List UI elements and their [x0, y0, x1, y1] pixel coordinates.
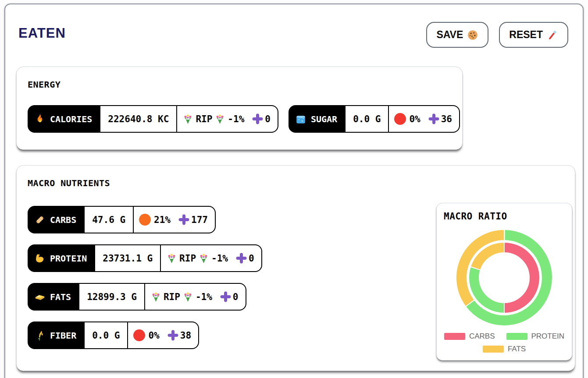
sugar-stats: 0% 36	[389, 106, 459, 132]
protein-value: 23731.1 G	[95, 245, 161, 271]
fiber-value: 0.0 G	[85, 322, 128, 348]
wheat-icon	[34, 330, 46, 341]
status-dot-red	[394, 113, 406, 125]
save-button[interactable]: SAVE	[426, 22, 488, 48]
plus-icon	[178, 214, 190, 226]
protein-rip-text: RIP	[179, 253, 196, 264]
toothbrush-icon	[547, 29, 558, 41]
fiber-plus-count: 38	[180, 330, 191, 341]
sugar-value: 0.0 G	[346, 106, 389, 132]
calories-rip-text: RIP	[196, 114, 212, 124]
fiber-stats: 0% 38	[128, 322, 198, 348]
carbs-plus-button[interactable]: 177	[178, 214, 208, 226]
fats-plus-button[interactable]: 0	[220, 291, 239, 303]
carbs-value: 47.6 G	[85, 207, 134, 233]
macro-ratio-card: MACRO RATIO CARBS PROTEIN	[436, 203, 572, 360]
protein-pill-label: PROTEIN	[29, 245, 95, 271]
sugar-label-text: SUGAR	[311, 114, 337, 124]
sugar-pill-label: SUGAR	[289, 106, 346, 132]
fats-rip-text: RIP	[164, 292, 180, 302]
plus-icon	[235, 252, 247, 264]
bouquet-icon	[214, 113, 225, 124]
macro-nutrients-title: MACRO NUTRIENTS	[28, 178, 110, 188]
plus-icon	[252, 113, 264, 125]
sugar-percent: 0%	[409, 114, 420, 124]
calories-plus-button[interactable]: 0	[252, 113, 271, 125]
legend-row: FATS	[483, 345, 526, 353]
chart-legend: CARBS PROTEIN FATS	[437, 332, 572, 353]
carbs-label-text: CARBS	[50, 215, 76, 225]
protein-label-text: PROTEIN	[50, 253, 87, 264]
protein-plus-count: 0	[249, 253, 254, 264]
plus-icon	[428, 113, 440, 125]
carbs-pill[interactable]: CARBS 47.6 G 21% 177	[28, 206, 216, 233]
fats-label-text: FATS	[50, 292, 71, 302]
status-dot-red	[133, 329, 145, 341]
fats-plus-count: 0	[233, 292, 239, 302]
fiber-plus-button[interactable]: 38	[167, 329, 191, 341]
fiber-pill-label: FIBER	[29, 322, 85, 348]
bouquet-icon	[182, 291, 193, 302]
eaten-panel: EATEN SAVE RESET ENERGY CALORIES	[4, 4, 584, 378]
sugar-plus-count: 36	[441, 114, 452, 124]
reset-button-label: RESET	[509, 29, 543, 41]
legend-item-protein[interactable]: PROTEIN	[506, 332, 565, 341]
butter-icon	[34, 291, 46, 303]
page-title: EATEN	[18, 25, 66, 41]
fats-stats: RIP -1% 0	[145, 284, 246, 310]
fats-pill[interactable]: FATS 12899.3 G RIP -1%	[28, 283, 246, 311]
fiber-pill[interactable]: FIBER 0.0 G 0% 38	[28, 321, 199, 349]
calories-label-text: CALORIES	[50, 114, 92, 124]
status-dot-orange	[139, 214, 151, 226]
protein-stats: RIP -1% 0	[161, 245, 261, 271]
fire-icon	[34, 113, 46, 125]
carbs-percent: 21%	[154, 215, 171, 225]
fats-pill-label: FATS	[29, 284, 79, 310]
legend-label-protein: PROTEIN	[531, 332, 565, 341]
ice-cube-icon	[295, 113, 306, 125]
legend-item-fats[interactable]: FATS	[483, 345, 526, 353]
carbs-pill-label: CARBS	[29, 207, 85, 233]
protein-delta: -1%	[211, 253, 228, 264]
toolbar: SAVE RESET	[426, 22, 568, 48]
plus-icon	[167, 329, 179, 341]
save-button-label: SAVE	[436, 29, 463, 41]
bouquet-icon	[198, 253, 209, 264]
energy-title: ENERGY	[28, 79, 61, 90]
calories-pill[interactable]: CALORIES 222640.8 KC RIP -1%	[28, 105, 278, 133]
doughnut-chart-svg	[454, 227, 555, 328]
carbs-plus-count: 177	[191, 215, 208, 225]
energy-card: ENERGY CALORIES 222640.8 KC RIP	[16, 67, 463, 150]
calories-pill-label: CALORIES	[29, 106, 100, 132]
macro-ratio-chart	[454, 227, 555, 328]
legend-swatch-carbs	[444, 333, 465, 340]
protein-plus-button[interactable]: 0	[235, 252, 254, 264]
macro-pills: CARBS 47.6 G 21% 177	[28, 206, 262, 349]
calories-stats: RIP -1% 0	[177, 106, 278, 132]
legend-row: CARBS PROTEIN	[444, 332, 564, 341]
bouquet-icon	[166, 253, 177, 264]
bouquet-icon	[182, 113, 193, 124]
fiber-percent: 0%	[148, 330, 159, 341]
reset-button[interactable]: RESET	[499, 22, 568, 48]
fats-delta: -1%	[196, 292, 212, 302]
legend-label-fats: FATS	[508, 345, 526, 353]
macro-ratio-title: MACRO RATIO	[444, 211, 507, 222]
sugar-plus-button[interactable]: 36	[428, 113, 452, 125]
legend-item-carbs[interactable]: CARBS	[444, 332, 495, 341]
sugar-pill[interactable]: SUGAR 0.0 G 0% 36	[289, 105, 460, 133]
legend-swatch-fats	[483, 346, 504, 353]
carbs-stats: 21% 177	[134, 207, 215, 233]
energy-pills: CALORIES 222640.8 KC RIP -1%	[28, 105, 460, 133]
legend-label-carbs: CARBS	[469, 332, 495, 341]
calories-value: 222640.8 KC	[100, 106, 177, 132]
fiber-label-text: FIBER	[50, 330, 76, 341]
baguette-icon	[34, 214, 46, 226]
plus-icon	[220, 291, 232, 303]
macro-nutrients-card: MACRO NUTRIENTS CARBS 47.6 G 21%	[16, 165, 575, 371]
fats-value: 12899.3 G	[79, 284, 145, 310]
cookie-icon	[467, 29, 478, 41]
protein-pill[interactable]: PROTEIN 23731.1 G RIP -1%	[28, 244, 262, 272]
legend-swatch-protein	[506, 333, 527, 340]
calories-plus-count: 0	[265, 114, 271, 124]
